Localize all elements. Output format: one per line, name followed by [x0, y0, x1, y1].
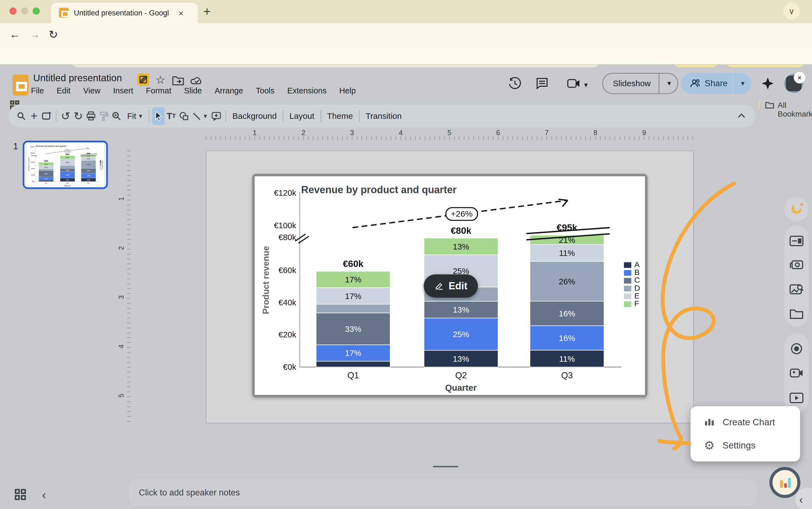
image-search-icon[interactable] — [788, 281, 805, 298]
svg-text:17%: 17% — [44, 163, 48, 165]
window-maximize-button[interactable] — [33, 7, 40, 15]
search-menus-icon[interactable] — [15, 108, 28, 124]
window-minimize-button[interactable] — [21, 7, 28, 15]
menu-arrange[interactable]: Arrange — [211, 84, 246, 97]
menu-item-create-chart[interactable]: Create Chart — [691, 411, 800, 434]
select-tool-icon[interactable] — [152, 107, 165, 125]
speaker-notes-placeholder: Click to add speaker notes — [129, 488, 240, 498]
print-icon[interactable] — [85, 108, 97, 124]
meet-camera-icon[interactable] — [567, 78, 581, 89]
all-bookmarks-button[interactable]: All Bookmarks — [778, 101, 812, 118]
bookmarks-bar: All Bookmarks — [0, 48, 812, 65]
zoom-dropdown-icon[interactable]: ▾ — [139, 112, 142, 120]
record-icon[interactable] — [788, 340, 805, 357]
meet-dropdown-icon[interactable]: ▾ — [584, 81, 588, 89]
menu-tools[interactable]: Tools — [252, 84, 278, 97]
window-close-button[interactable] — [9, 7, 17, 15]
slide-thumbnail[interactable]: €120k€100k€80k€60k€40k€20k€0kRevenue by … — [23, 141, 108, 189]
svg-text:11%: 11% — [87, 179, 90, 181]
plus-icon[interactable]: + — [28, 108, 40, 124]
svg-text:16%: 16% — [87, 170, 90, 172]
reload-icon[interactable]: ↻ — [49, 28, 58, 41]
revenue-chart: €120k€100k€80k€60k€40k€20k€0kRevenue by … — [27, 143, 104, 187]
svg-text:B: B — [634, 268, 639, 277]
menu-help[interactable]: Help — [336, 84, 359, 97]
insert-comment-icon[interactable] — [210, 108, 223, 124]
line-tool-icon[interactable] — [190, 108, 203, 124]
share-label: Share — [705, 78, 728, 89]
close-capture-icon[interactable]: × — [794, 72, 805, 83]
svg-text:16%: 16% — [559, 334, 575, 343]
menu-insert[interactable]: Insert — [110, 84, 136, 97]
svg-text:33%: 33% — [345, 325, 361, 334]
menu-view[interactable]: View — [80, 84, 104, 97]
svg-text:B: B — [102, 162, 103, 163]
svg-text:17%: 17% — [345, 292, 361, 301]
layout-button[interactable]: Layout — [286, 110, 317, 123]
tab-search-chevron-icon[interactable]: ∨ — [783, 3, 800, 19]
new-tab-button[interactable]: + — [203, 4, 211, 19]
share-dropdown-icon[interactable]: ▾ — [741, 79, 745, 88]
edit-label: Edit — [448, 280, 467, 292]
account-avatar[interactable]: × — [784, 74, 803, 93]
new-slide-icon[interactable] — [40, 108, 53, 124]
edit-chart-button[interactable]: Edit — [424, 274, 478, 298]
bar-chart-icon — [704, 417, 715, 428]
banana-ai-icon[interactable]: ✦ — [788, 201, 805, 217]
slideshow-button[interactable]: Slideshow ▾ — [602, 73, 678, 94]
svg-text:€0k: €0k — [283, 362, 296, 371]
svg-text:25%: 25% — [453, 330, 469, 339]
svg-text:13%: 13% — [453, 305, 469, 314]
zoom-level[interactable]: Fit — [127, 112, 136, 121]
menu-slide[interactable]: Slide — [181, 84, 205, 97]
version-history-icon[interactable] — [508, 76, 522, 91]
back-icon[interactable]: ← — [9, 28, 21, 41]
browser-tab[interactable]: Untitled presentation - Googl × — [51, 3, 198, 23]
caption-card-icon[interactable] — [788, 233, 805, 249]
theme-button[interactable]: Theme — [324, 110, 356, 123]
screenshot-camera-icon[interactable] — [788, 257, 805, 273]
menu-item-settings[interactable]: ⚙ Settings — [691, 434, 800, 457]
screen: Untitled presentation - Googl × + ∨ ← → … — [0, 0, 812, 509]
present-play-icon[interactable] — [788, 389, 805, 406]
redo-icon[interactable]: ↻ — [72, 108, 85, 124]
svg-text:E: E — [102, 166, 103, 168]
slideshow-dropdown-icon[interactable]: ▾ — [667, 79, 671, 88]
svg-text:€20k: €20k — [279, 330, 296, 339]
paint-format-icon[interactable] — [97, 108, 110, 124]
comments-icon[interactable] — [535, 76, 549, 91]
menu-edit[interactable]: Edit — [53, 84, 74, 97]
slides-logo-icon[interactable] — [12, 75, 29, 96]
menu-file[interactable]: File — [28, 84, 47, 97]
collapse-toolbar-icon[interactable] — [737, 113, 746, 119]
menu-extensions[interactable]: Extensions — [284, 84, 330, 97]
svg-text:Q2: Q2 — [66, 182, 69, 184]
notes-resize-handle[interactable] — [433, 466, 458, 467]
vertical-ruler — [127, 150, 130, 423]
pen-icon — [434, 281, 444, 291]
video-camera-icon[interactable] — [788, 365, 805, 381]
svg-text:26%: 26% — [559, 277, 575, 286]
browser-tab-strip: Untitled presentation - Googl × + ∨ — [0, 0, 812, 23]
menu-format[interactable]: Format — [143, 84, 175, 97]
chart-extension-fab[interactable] — [770, 467, 801, 498]
tab-close-icon[interactable]: × — [178, 8, 184, 19]
share-button[interactable]: Share ▾ — [681, 73, 751, 94]
transition-button[interactable]: Transition — [362, 110, 405, 123]
doc-status-badge-icon[interactable] — [137, 73, 149, 86]
line-dropdown-icon[interactable]: ▾ — [204, 112, 207, 120]
speaker-notes-input[interactable]: Click to add speaker notes — [129, 479, 757, 506]
textbox-icon[interactable]: TT — [165, 108, 178, 124]
doc-title[interactable]: Untitled presentation — [33, 72, 122, 83]
folder-icon[interactable] — [788, 306, 805, 322]
shapes-icon[interactable] — [178, 108, 190, 124]
svg-text:€100k: €100k — [30, 152, 35, 154]
forward-icon[interactable]: → — [29, 28, 40, 41]
gemini-sparkle-icon[interactable] — [761, 77, 774, 90]
background-button[interactable]: Background — [229, 110, 280, 123]
zoom-icon[interactable] — [110, 108, 123, 124]
undo-icon[interactable]: ↺ — [59, 108, 72, 124]
collapse-filmstrip-icon[interactable]: ‹ — [42, 488, 46, 502]
grid-view-icon[interactable] — [14, 488, 27, 501]
svg-text:13%: 13% — [453, 242, 469, 251]
